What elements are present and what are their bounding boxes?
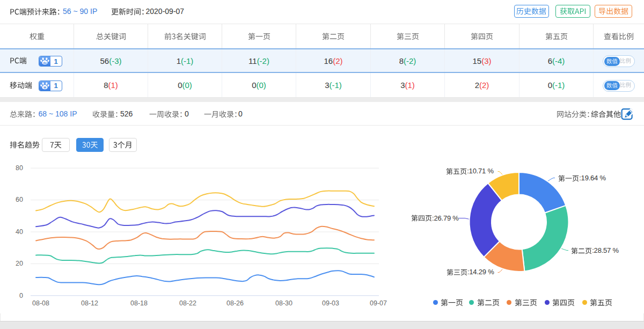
svg-text:40: 40 bbox=[16, 228, 23, 236]
svg-text:M: M bbox=[43, 85, 46, 89]
svg-text:0: 0 bbox=[19, 292, 23, 299]
svg-text:08-26: 08-26 bbox=[226, 299, 244, 307]
svg-text:08-30: 08-30 bbox=[275, 299, 292, 307]
svg-text:08-18: 08-18 bbox=[130, 299, 148, 307]
svg-text:09-03: 09-03 bbox=[322, 299, 339, 307]
svg-text:09-07: 09-07 bbox=[370, 299, 387, 307]
svg-text:80: 80 bbox=[16, 164, 23, 172]
svg-text:20: 20 bbox=[16, 260, 23, 267]
svg-text:08-08: 08-08 bbox=[32, 299, 49, 307]
svg-text:08-22: 08-22 bbox=[179, 299, 196, 307]
svg-text:du: du bbox=[43, 61, 47, 64]
svg-text:60: 60 bbox=[16, 196, 23, 203]
svg-text:08-12: 08-12 bbox=[81, 299, 98, 307]
